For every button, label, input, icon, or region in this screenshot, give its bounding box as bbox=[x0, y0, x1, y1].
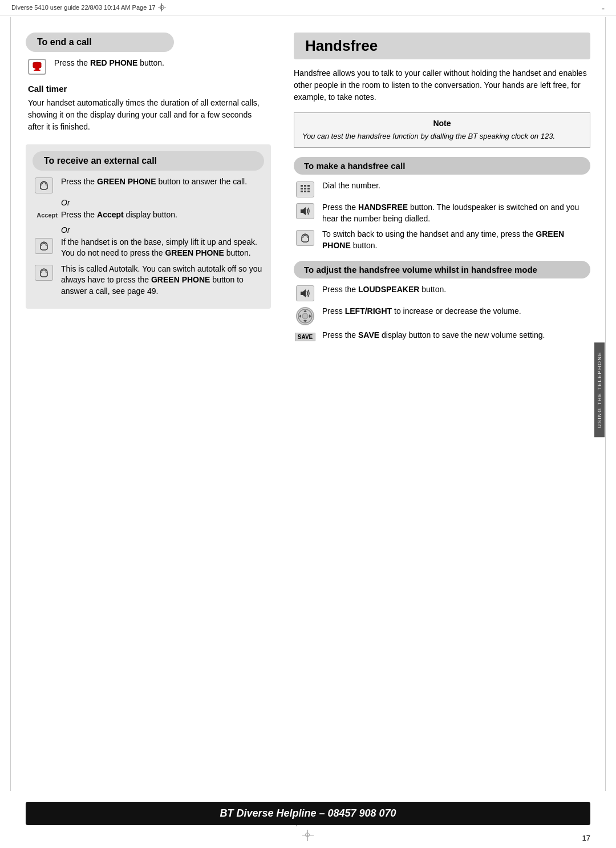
make-handsfree-title: To make a handsfree call bbox=[294, 157, 590, 175]
nav-icon bbox=[296, 307, 314, 325]
keypad-icon bbox=[296, 181, 314, 197]
adjust-step-1-text: Press the LOUDSPEAKER button. bbox=[322, 284, 590, 296]
end-call-title: To end a call bbox=[26, 33, 174, 52]
adjust-step-3-text: Press the SAVE display button to save th… bbox=[322, 330, 590, 341]
adjust-step-1: Press the LOUDSPEAKER button. bbox=[294, 284, 590, 301]
hf-step-3-text: To switch back to using the handset and … bbox=[322, 229, 590, 251]
svg-rect-2 bbox=[301, 185, 303, 187]
loudspeaker-icon-2-cell bbox=[294, 284, 317, 301]
receive-step-1-text: Press the GREEN PHONE button to answer t… bbox=[61, 176, 264, 188]
adjust-step-2-text: Press LEFT/RIGHT to increase or decrease… bbox=[322, 306, 590, 317]
right-column: Handsfree Handsfree allows you to talk t… bbox=[294, 33, 590, 350]
green-phone-icon-2 bbox=[33, 237, 55, 254]
receive-step-3: If the handset is on the base, simply li… bbox=[33, 237, 264, 259]
svg-rect-4 bbox=[307, 185, 310, 187]
save-label-cell: SAVE bbox=[294, 330, 317, 341]
footer-bar: BT Diverse Helpline – 08457 908 070 bbox=[26, 802, 590, 825]
adjust-volume-section: To adjust the handsfree volume whilst in… bbox=[294, 261, 590, 341]
accept-label: Accept bbox=[30, 211, 58, 219]
hf-step-2: Press the HANDSFREE button. The loudspea… bbox=[294, 202, 590, 224]
hf-step-1-text: Dial the number. bbox=[322, 180, 590, 192]
red-phone-icon-cell bbox=[26, 58, 48, 75]
loudspeaker-icon-1 bbox=[296, 203, 314, 219]
receive-call-section: To receive an external call Press the GR… bbox=[26, 144, 271, 309]
adjust-step-3: SAVE Press the SAVE display button to sa… bbox=[294, 330, 590, 341]
or-1: Or bbox=[61, 198, 264, 207]
save-label: SAVE bbox=[295, 333, 316, 341]
receive-step-4: This is called Autotalk. You can switch … bbox=[33, 264, 264, 297]
end-call-row: Press the RED PHONE button. bbox=[26, 58, 271, 75]
call-timer-title: Call timer bbox=[28, 84, 269, 94]
green-phone-hf-icon bbox=[296, 230, 314, 246]
loudspeaker-icon-2 bbox=[296, 285, 314, 301]
svg-rect-6 bbox=[304, 188, 306, 189]
page-number: 17 bbox=[582, 834, 590, 842]
svg-rect-10 bbox=[307, 191, 310, 192]
green-phone-icon-2 bbox=[35, 238, 53, 254]
green-phone-icon-1 bbox=[33, 176, 55, 193]
svg-rect-5 bbox=[301, 188, 303, 189]
note-box: Note You can test the handsfree function… bbox=[294, 112, 590, 148]
green-phone-icon bbox=[35, 177, 53, 193]
hf-step-2-text: Press the HANDSFREE button. The loudspea… bbox=[322, 202, 590, 224]
svg-rect-3 bbox=[304, 185, 306, 187]
loudspeaker-icon-1-cell bbox=[294, 202, 317, 219]
or-2: Or bbox=[61, 225, 264, 235]
accept-label-cell: Accept bbox=[33, 209, 55, 219]
svg-rect-9 bbox=[304, 191, 306, 192]
adjust-step-2: Press LEFT/RIGHT to increase or decrease… bbox=[294, 306, 590, 325]
main-content: To end a call Press the RED PHONE button… bbox=[0, 15, 616, 362]
note-text: You can test the handsfree function by d… bbox=[302, 131, 582, 142]
make-handsfree-section: To make a handsfree call bbox=[294, 157, 590, 251]
note-title: Note bbox=[302, 119, 582, 128]
sidebar-tab: USING THE TELEPHONE bbox=[594, 342, 605, 437]
header-bar: Diverse 5410 user guide 22/8/03 10:14 AM… bbox=[0, 0, 616, 15]
footer-text: BT Diverse Helpline – 08457 908 070 bbox=[220, 807, 396, 819]
svg-point-12 bbox=[302, 313, 308, 319]
receive-step-1: Press the GREEN PHONE button to answer t… bbox=[33, 176, 264, 193]
hf-step-1: Dial the number. bbox=[294, 180, 590, 197]
receive-step-3-text: If the handset is on the base, simply li… bbox=[61, 237, 264, 259]
red-phone-icon bbox=[28, 59, 46, 75]
receive-call-title: To receive an external call bbox=[33, 151, 264, 171]
end-call-section: To end a call Press the RED PHONE button… bbox=[26, 33, 271, 75]
nav-icon-cell bbox=[294, 306, 317, 325]
receive-step-4-text: This is called Autotalk. You can switch … bbox=[61, 264, 264, 297]
header-dash: - bbox=[602, 3, 605, 14]
header-text: Diverse 5410 user guide 22/8/03 10:14 AM… bbox=[11, 4, 156, 11]
svg-rect-8 bbox=[301, 191, 303, 192]
svg-rect-1 bbox=[34, 70, 40, 71]
crosshair-icon bbox=[158, 3, 166, 11]
right-border bbox=[605, 17, 606, 791]
handsfree-title: Handsfree bbox=[294, 33, 590, 59]
end-call-text: Press the RED PHONE button. bbox=[54, 58, 271, 69]
receive-step-2: Accept Press the Accept display button. bbox=[33, 209, 264, 221]
receive-step-2-text: Press the Accept display button. bbox=[61, 209, 264, 221]
green-phone-hf-icon-cell bbox=[294, 229, 317, 246]
green-phone-icon-3 bbox=[35, 265, 53, 281]
left-column: To end a call Press the RED PHONE button… bbox=[26, 33, 271, 350]
call-timer-text: Your handset automatically times the dur… bbox=[28, 97, 269, 133]
svg-rect-7 bbox=[307, 188, 310, 189]
left-border bbox=[10, 17, 11, 791]
keypad-icon-cell bbox=[294, 180, 317, 197]
call-timer-section: Call timer Your handset automatically ti… bbox=[26, 84, 271, 133]
handsfree-intro: Handsfree allows you to talk to your cal… bbox=[294, 67, 590, 103]
crosshair-bottom-center bbox=[302, 830, 314, 841]
adjust-volume-title: To adjust the handsfree volume whilst in… bbox=[294, 261, 590, 278]
hf-step-3: To switch back to using the handset and … bbox=[294, 229, 590, 251]
green-phone-icon-3 bbox=[33, 264, 55, 281]
